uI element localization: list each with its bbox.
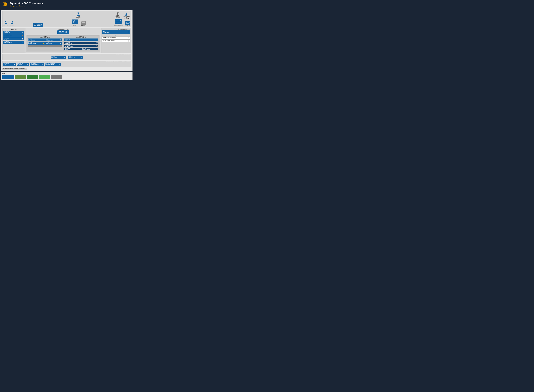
common-data-service-btn[interactable]: COMMONDATA SERVICE 🗄 (51, 56, 66, 59)
d365-sales-label: DYNAMICS 365SALES (4, 63, 9, 65)
gear-icon: ⚙ (22, 32, 23, 33)
surround-grid: 3rd PARTYSURROUND SERVICES 3rd PARTYSHIP… (27, 36, 99, 51)
csu-center: COMMERCESCALE UNIT (26, 30, 100, 34)
third-party-more-btn[interactable]: ... (28, 45, 45, 47)
back-office-section: BACK OFFICE DYNAMICS 365COMMERCE HQ ⚙ DY… (2, 28, 25, 53)
product-recs-btn[interactable]: PRODUCTRECOMMENDATIONS 💡 (81, 48, 98, 50)
third-party-more-btn-2[interactable]: ... (45, 45, 62, 47)
svg-rect-26 (119, 20, 120, 22)
dynamics365-device: ↓ DYNAMICS 365WEBSITE / APP (33, 22, 43, 27)
back-office-persona: BACK OFFICEEMPLOYEE (3, 21, 8, 27)
fraud-protection-btn[interactable]: DYNAMICS 365FRAUD PROTECTION 🛡 (64, 42, 98, 44)
people-icon: 👥 (22, 42, 23, 43)
d365-psa-btn[interactable]: DYNAMICS 365 PROJECTSERVICE AUTOMATION 🔧 (45, 63, 61, 66)
back-office-person-icon (4, 21, 8, 24)
web-storefront-btn[interactable]: WEBSTOREFRONT (102, 30, 130, 34)
csu-section: COMMERCE SCALE UNIT COMMERCESCALE UNIT (25, 28, 101, 53)
in-store-devices: POS MULTIFACTOR/CROSS PLATFORMAPP OR WEB… (70, 19, 86, 27)
in-store-label: IN-STOREEMPLOYEE (76, 16, 80, 18)
legend-d365-commerce-badge: AVAILABLE (3, 78, 14, 79)
end-user-section: BACK OFFICEEMPLOYEE CALL CENTEREMPLOYEE … (2, 11, 131, 28)
third-party-grid: 3rd PARTYSHIPPING SERVICE 🔧 3rd PARTYPAY… (28, 38, 62, 47)
unified-data-row: COMMONDATA SERVICE 🗄 AZURE DATALAKE STOR… (3, 56, 130, 59)
document-icon: 📄 (60, 42, 61, 44)
d365-hr-btn[interactable]: DYNAMICS 365HUMAN RESOURCES 👥 (3, 41, 24, 44)
legend-other-ms-coming-label: OTHER MICROSOFTCOMPONENT / SERVICE (16, 76, 25, 77)
d365-customer-service-label: DYNAMICS 365CUSTOMER SERVICE (31, 63, 38, 65)
camera-icon: 📷 (79, 48, 80, 49)
chart-icon: 📊 (22, 38, 23, 39)
d365-supply-chain-btn[interactable]: DYNAMICS 365SUPPLY CHAIN MGMT 📦 (3, 34, 24, 37)
payment-gateway-btn[interactable]: 3rd PARTYPAYMENT GATEWAY 🏦 (45, 38, 62, 41)
bank-icon: 🏦 (60, 39, 61, 41)
cms-btn[interactable]: CONTENT MANAGEMENT STORE 🗄 (102, 36, 130, 39)
diagram-area: END USER EXPERIENCES BACK OFFICEEMPLOYEE (1, 9, 132, 71)
svg-point-21 (126, 13, 127, 14)
legend-other-ms-coming: OTHER MICROSOFTCOMPONENT / SERVICE COMIN… (15, 75, 26, 79)
pos-sublabel: MULTIFACTOR/CROSS PLATFORMAPP OR WEBSITE (70, 25, 79, 27)
svg-point-11 (78, 13, 79, 14)
svg-rect-18 (82, 23, 84, 24)
customer-insights-btn[interactable]: DYNAMICS 365CUSTOMER INSIGHTS 🔍 (64, 45, 98, 47)
legend-d365-commerce-label: DYNAMICS 365 COMMERCECOMPONENT / SERVICE (3, 76, 14, 77)
pos-device: POS MULTIFACTOR/CROSS PLATFORMAPP OR WEB… (70, 19, 79, 27)
d365-finance-btn[interactable]: DYNAMICS 365FINANCE 📊 (3, 37, 24, 40)
third-party-section: 3rd PARTYSURROUND SERVICES 3rd PARTYSHIP… (27, 36, 63, 51)
d365-customer-service-btn[interactable]: DYNAMICS 365CUSTOMER SERVICE 🚌 (30, 63, 44, 66)
content-author-icon (125, 12, 128, 16)
cylinder-icon-1: 🗄 (128, 37, 129, 38)
pos-btn[interactable] (72, 19, 78, 24)
arrow-down-2: ↓ (78, 18, 79, 19)
content-author-persona: CONTENT AUTHOR &SITE MANAGER (123, 12, 130, 19)
dynamics-logo-icon (2, 2, 8, 7)
csu-main-btn[interactable]: COMMERCESCALE UNIT (57, 30, 69, 34)
ecommerce-storefront-btn[interactable] (115, 19, 122, 23)
shipping-service-label: 3rd PARTYSHIPPING SERVICE (28, 39, 35, 41)
svg-rect-22 (127, 13, 128, 14)
call-center-person-icon (10, 21, 14, 24)
ratings-recs-grid: RATINGS ANDREVIEWS 📷 PRODUCTRECOMMENDATI… (64, 48, 98, 51)
engagement-section: DYNAMICS 365 CUSTOMER ENGAGEMENT APPLICA… (2, 61, 131, 67)
azure-cognitive-search-label: AZURE COGNITIVESEARCH (65, 39, 71, 41)
d365-commerce-hq-btn[interactable]: DYNAMICS 365COMMERCE HQ ⚙ (3, 31, 24, 34)
fiscal-service-btn[interactable]: 3rd PARTYFISCAL SERVICE 📄 (45, 42, 62, 45)
ratings-reviews-label: RATINGS ANDREVIEWS (65, 48, 70, 50)
legend-section: LEGEND DYNAMICS 365 COMMERCECOMPONENT / … (1, 72, 132, 80)
shipping-service-btn[interactable]: 3rd PARTYSHIPPING SERVICE 🔧 (28, 38, 45, 41)
d365-finance-label: DYNAMICS 365FINANCE (4, 38, 9, 40)
svg-rect-25 (116, 20, 119, 22)
back-office-label: BACK OFFICEEMPLOYEE (3, 25, 8, 27)
svg-rect-27 (120, 20, 121, 22)
external-apps-device: EXTERNALAPPS & SERVICES (80, 21, 86, 27)
unified-data-label: UNIFIED DATA COMPONENTS (3, 55, 130, 55)
d365-psa-label: DYNAMICS 365 PROJECTSERVICE AUTOMATION (46, 63, 55, 65)
ecommerce-storefront-label: ECOMMERCE STOREFRONT (114, 23, 123, 25)
fraud-protection-label: DYNAMICS 365FRAUD PROTECTION (65, 42, 72, 44)
legend-other-ms-available: OTHER MICROSOFTCOMPONENT / SERVICE AVAIL… (27, 75, 38, 79)
gift-card-btn[interactable]: 3rd PARTYGIFT CARD SERVICE 💳 (28, 42, 45, 45)
gift-card-label: 3rd PARTYGIFT CARD SERVICE (28, 42, 36, 44)
cylinder-icon-2: 🗄 (128, 40, 129, 42)
site-builder-label: SITE BUILDER (125, 25, 130, 26)
header-text: Dynamics 365 Commerce Component Overview (10, 2, 43, 7)
site-builder-btn[interactable] (125, 21, 130, 25)
third-party-more-label: ... (28, 46, 29, 47)
commerce-surround-section: COMMERCESURROUND SERVICES AZURE COGNITIV… (63, 36, 99, 51)
engagement-row: DYNAMICS 365SALES ☎ DYNAMICS 365MARKETIN… (3, 63, 130, 66)
ecom-platform-section: E-COMMERCE PLATFORM WEBSTOREFRONT ↓ ↑ CO… (101, 28, 131, 53)
right-personas: E-COMMERCECUSTOMER CONTENT AUTHOR &SITE … (115, 12, 130, 19)
arrow-down-1: ↓ (37, 22, 38, 23)
azure-data-lake-btn[interactable]: AZURE DATALAKE STORAGE 🗄 (68, 56, 83, 59)
dynamics365-webapp-btn[interactable]: DYNAMICS 365WEBSITE / APP (33, 23, 43, 27)
shipping-icon: 🔧 (43, 39, 44, 41)
legend-other-ms-available-label: OTHER MICROSOFTCOMPONENT / SERVICE (28, 76, 37, 77)
common-data-service-label: COMMONDATA SERVICE (52, 56, 57, 58)
csu-inner: 3rd PARTYSURROUND SERVICES 3rd PARTYSHIP… (26, 35, 100, 52)
dam-btn[interactable]: DIGITAL ASSET MANAGEMENT 🗄 (102, 39, 130, 42)
d365-sales-btn[interactable]: DYNAMICS 365SALES ☎ (3, 63, 16, 66)
azure-cognitive-search-btn[interactable]: AZURE COGNITIVESEARCH ☁ (64, 38, 98, 41)
ecom-platform-label: E-COMMERCE PLATFORM (102, 29, 130, 30)
d365-marketing-btn[interactable]: DYNAMICS 365MARKETING 📢 (17, 63, 29, 66)
search-icon: 🔍 (96, 45, 98, 47)
ratings-reviews-btn[interactable]: RATINGS ANDREVIEWS 📷 (64, 48, 81, 50)
